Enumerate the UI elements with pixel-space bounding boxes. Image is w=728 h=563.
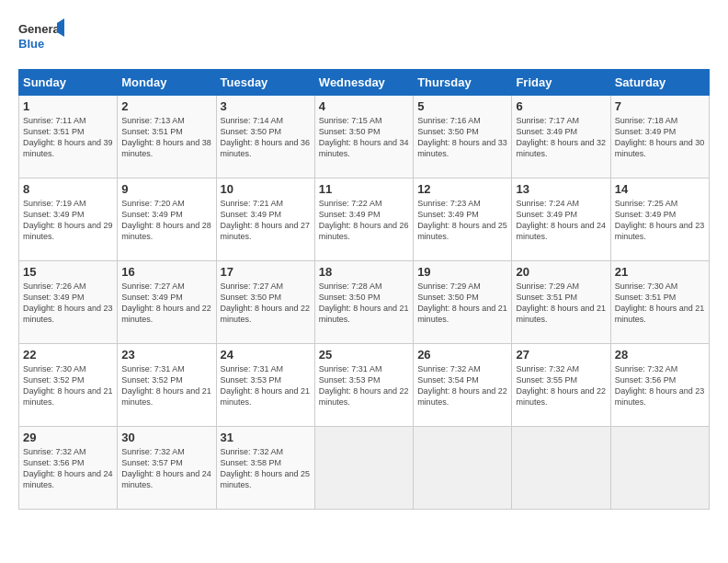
col-header-saturday: Saturday bbox=[610, 70, 709, 96]
day-detail: Sunrise: 7:14 AMSunset: 3:50 PMDaylight:… bbox=[221, 116, 311, 158]
day-detail: Sunrise: 7:21 AMSunset: 3:49 PMDaylight:… bbox=[221, 199, 311, 241]
day-number: 5 bbox=[417, 99, 507, 113]
day-cell-10: 10 Sunrise: 7:21 AMSunset: 3:49 PMDaylig… bbox=[216, 178, 314, 261]
day-cell-23: 23 Sunrise: 7:31 AMSunset: 3:52 PMDaylig… bbox=[118, 344, 216, 427]
empty-cell bbox=[414, 427, 512, 510]
day-detail: Sunrise: 7:13 AMSunset: 3:51 PMDaylight:… bbox=[121, 116, 211, 158]
day-number: 27 bbox=[516, 348, 606, 362]
day-number: 14 bbox=[615, 182, 705, 196]
day-cell-4: 4 Sunrise: 7:15 AMSunset: 3:50 PMDayligh… bbox=[314, 96, 413, 178]
day-detail: Sunrise: 7:26 AMSunset: 3:49 PMDaylight:… bbox=[23, 282, 113, 324]
day-number: 11 bbox=[319, 182, 409, 196]
day-detail: Sunrise: 7:22 AMSunset: 3:49 PMDaylight:… bbox=[319, 199, 409, 241]
day-detail: Sunrise: 7:31 AMSunset: 3:52 PMDaylight:… bbox=[121, 364, 211, 407]
day-cell-3: 3 Sunrise: 7:14 AMSunset: 3:50 PMDayligh… bbox=[216, 96, 314, 178]
day-detail: Sunrise: 7:11 AMSunset: 3:51 PMDaylight:… bbox=[23, 116, 113, 158]
day-detail: Sunrise: 7:16 AMSunset: 3:50 PMDaylight:… bbox=[417, 116, 507, 158]
svg-text:Blue: Blue bbox=[18, 37, 44, 51]
day-detail: Sunrise: 7:27 AMSunset: 3:50 PMDaylight:… bbox=[221, 282, 311, 324]
col-header-tuesday: Tuesday bbox=[216, 70, 314, 96]
day-cell-16: 16 Sunrise: 7:27 AMSunset: 3:49 PMDaylig… bbox=[118, 261, 216, 344]
calendar-table: SundayMondayTuesdayWednesdayThursdayFrid… bbox=[18, 69, 710, 510]
page-header: General Blue bbox=[18, 18, 710, 60]
day-number: 16 bbox=[121, 265, 211, 279]
day-detail: Sunrise: 7:29 AMSunset: 3:50 PMDaylight:… bbox=[417, 282, 507, 324]
day-detail: Sunrise: 7:31 AMSunset: 3:53 PMDaylight:… bbox=[221, 364, 311, 407]
day-cell-30: 30 Sunrise: 7:32 AMSunset: 3:57 PMDaylig… bbox=[118, 427, 216, 510]
empty-cell bbox=[610, 427, 709, 510]
day-cell-1: 1 Sunrise: 7:11 AMSunset: 3:51 PMDayligh… bbox=[19, 96, 118, 178]
day-number: 28 bbox=[615, 348, 705, 362]
col-header-monday: Monday bbox=[118, 70, 216, 96]
day-number: 15 bbox=[23, 265, 113, 279]
day-number: 7 bbox=[615, 99, 705, 113]
day-cell-12: 12 Sunrise: 7:23 AMSunset: 3:49 PMDaylig… bbox=[414, 178, 512, 261]
day-cell-26: 26 Sunrise: 7:32 AMSunset: 3:54 PMDaylig… bbox=[414, 344, 512, 427]
day-number: 31 bbox=[221, 431, 311, 444]
day-detail: Sunrise: 7:29 AMSunset: 3:51 PMDaylight:… bbox=[516, 282, 606, 324]
col-header-friday: Friday bbox=[512, 70, 610, 96]
day-number: 2 bbox=[121, 99, 211, 113]
day-number: 22 bbox=[23, 348, 113, 362]
day-detail: Sunrise: 7:23 AMSunset: 3:49 PMDaylight:… bbox=[417, 199, 507, 241]
day-cell-29: 29 Sunrise: 7:32 AMSunset: 3:56 PMDaylig… bbox=[19, 427, 118, 510]
day-cell-11: 11 Sunrise: 7:22 AMSunset: 3:49 PMDaylig… bbox=[314, 178, 413, 261]
day-number: 17 bbox=[221, 265, 311, 279]
day-cell-19: 19 Sunrise: 7:29 AMSunset: 3:50 PMDaylig… bbox=[414, 261, 512, 344]
day-number: 9 bbox=[121, 182, 211, 196]
day-cell-5: 5 Sunrise: 7:16 AMSunset: 3:50 PMDayligh… bbox=[414, 96, 512, 178]
day-number: 26 bbox=[417, 348, 507, 362]
logo: General Blue bbox=[18, 18, 64, 60]
day-number: 24 bbox=[221, 348, 311, 362]
empty-cell bbox=[314, 427, 413, 510]
day-cell-15: 15 Sunrise: 7:26 AMSunset: 3:49 PMDaylig… bbox=[19, 261, 118, 344]
day-cell-18: 18 Sunrise: 7:28 AMSunset: 3:50 PMDaylig… bbox=[314, 261, 413, 344]
day-detail: Sunrise: 7:15 AMSunset: 3:50 PMDaylight:… bbox=[319, 116, 409, 158]
day-number: 13 bbox=[516, 182, 606, 196]
logo-svg: General Blue bbox=[18, 18, 64, 60]
day-detail: Sunrise: 7:25 AMSunset: 3:49 PMDaylight:… bbox=[615, 199, 705, 241]
svg-text:General: General bbox=[18, 22, 63, 36]
day-cell-24: 24 Sunrise: 7:31 AMSunset: 3:53 PMDaylig… bbox=[216, 344, 314, 427]
day-number: 3 bbox=[221, 99, 311, 113]
day-cell-20: 20 Sunrise: 7:29 AMSunset: 3:51 PMDaylig… bbox=[512, 261, 610, 344]
day-detail: Sunrise: 7:32 AMSunset: 3:56 PMDaylight:… bbox=[615, 364, 705, 407]
day-cell-25: 25 Sunrise: 7:31 AMSunset: 3:53 PMDaylig… bbox=[314, 344, 413, 427]
day-cell-13: 13 Sunrise: 7:24 AMSunset: 3:49 PMDaylig… bbox=[512, 178, 610, 261]
day-detail: Sunrise: 7:20 AMSunset: 3:49 PMDaylight:… bbox=[121, 199, 211, 241]
day-detail: Sunrise: 7:19 AMSunset: 3:49 PMDaylight:… bbox=[23, 199, 113, 241]
day-number: 12 bbox=[417, 182, 507, 196]
day-cell-27: 27 Sunrise: 7:32 AMSunset: 3:55 PMDaylig… bbox=[512, 344, 610, 427]
day-number: 23 bbox=[121, 348, 211, 362]
day-cell-17: 17 Sunrise: 7:27 AMSunset: 3:50 PMDaylig… bbox=[216, 261, 314, 344]
day-detail: Sunrise: 7:32 AMSunset: 3:55 PMDaylight:… bbox=[516, 364, 606, 407]
col-header-thursday: Thursday bbox=[414, 70, 512, 96]
col-header-wednesday: Wednesday bbox=[314, 70, 413, 96]
day-cell-28: 28 Sunrise: 7:32 AMSunset: 3:56 PMDaylig… bbox=[610, 344, 709, 427]
day-detail: Sunrise: 7:28 AMSunset: 3:50 PMDaylight:… bbox=[319, 282, 409, 324]
day-number: 18 bbox=[319, 265, 409, 279]
empty-cell bbox=[512, 427, 610, 510]
day-cell-2: 2 Sunrise: 7:13 AMSunset: 3:51 PMDayligh… bbox=[118, 96, 216, 178]
day-detail: Sunrise: 7:27 AMSunset: 3:49 PMDaylight:… bbox=[121, 282, 211, 324]
day-number: 21 bbox=[615, 265, 705, 279]
day-cell-22: 22 Sunrise: 7:30 AMSunset: 3:52 PMDaylig… bbox=[19, 344, 118, 427]
day-cell-8: 8 Sunrise: 7:19 AMSunset: 3:49 PMDayligh… bbox=[19, 178, 118, 261]
col-header-sunday: Sunday bbox=[19, 70, 118, 96]
day-number: 30 bbox=[121, 431, 211, 444]
day-number: 19 bbox=[417, 265, 507, 279]
day-cell-31: 31 Sunrise: 7:32 AMSunset: 3:58 PMDaylig… bbox=[216, 427, 314, 510]
day-detail: Sunrise: 7:24 AMSunset: 3:49 PMDaylight:… bbox=[516, 199, 606, 241]
day-number: 1 bbox=[23, 99, 113, 113]
day-detail: Sunrise: 7:30 AMSunset: 3:52 PMDaylight:… bbox=[23, 364, 113, 407]
day-detail: Sunrise: 7:17 AMSunset: 3:49 PMDaylight:… bbox=[516, 116, 606, 158]
day-detail: Sunrise: 7:30 AMSunset: 3:51 PMDaylight:… bbox=[615, 282, 705, 324]
day-detail: Sunrise: 7:32 AMSunset: 3:58 PMDaylight:… bbox=[221, 447, 311, 489]
day-number: 4 bbox=[319, 99, 409, 113]
day-cell-14: 14 Sunrise: 7:25 AMSunset: 3:49 PMDaylig… bbox=[610, 178, 709, 261]
day-detail: Sunrise: 7:31 AMSunset: 3:53 PMDaylight:… bbox=[319, 364, 409, 407]
day-number: 6 bbox=[516, 99, 606, 113]
day-cell-9: 9 Sunrise: 7:20 AMSunset: 3:49 PMDayligh… bbox=[118, 178, 216, 261]
day-detail: Sunrise: 7:32 AMSunset: 3:57 PMDaylight:… bbox=[121, 447, 211, 489]
day-number: 20 bbox=[516, 265, 606, 279]
